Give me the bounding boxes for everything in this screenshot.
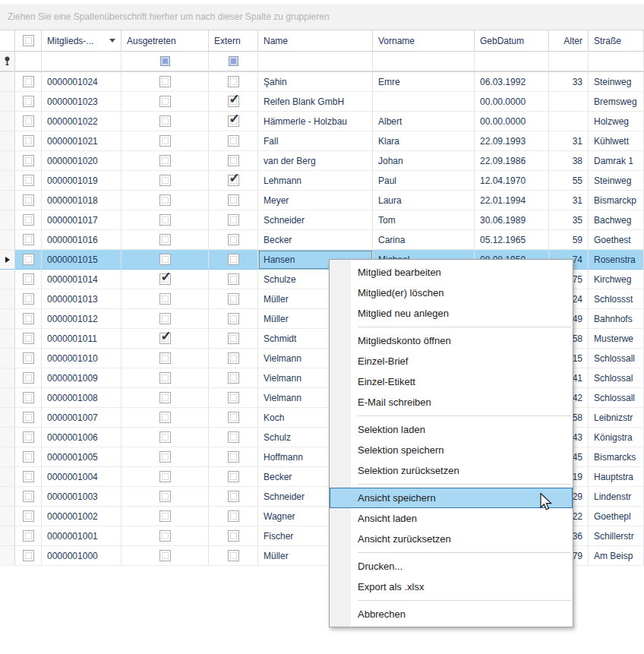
cell-ausgetreten[interactable] [122,230,209,250]
cell-geb[interactable]: 22.09.1993 [475,131,549,151]
cell-alter[interactable]: 31 [549,131,589,151]
cell-extern[interactable] [209,289,258,309]
extern-checkbox[interactable] [228,194,239,206]
menu-item-ansicht-zurücksetzen[interactable]: Ansicht zurücksetzen [330,529,573,549]
extern-checkbox[interactable] [228,412,239,423]
cell-strasse[interactable]: Steinweg [589,72,644,92]
cell-name[interactable]: Meyer [258,191,373,210]
cell-extern[interactable] [209,309,258,329]
cell-geb[interactable]: 06.03.1992 [475,72,549,92]
cell-alter[interactable]: 55 [549,171,589,191]
menu-item-selektion-laden[interactable]: Selektion laden [330,419,573,440]
column-header-vorname[interactable]: Vorname [373,30,475,52]
extern-checkbox[interactable] [228,254,239,265]
row-select-cell[interactable] [15,408,42,428]
cell-vorname[interactable]: Klara [373,131,475,151]
cell-vorname[interactable]: Carina [373,230,475,250]
cell-id[interactable]: 0000001011 [42,329,122,349]
row-select-checkbox[interactable] [23,431,34,443]
menu-item-ansicht-speichern[interactable]: Ansicht speichern [330,488,573,508]
extern-checkbox[interactable] [228,214,239,226]
ausgetreten-checkbox[interactable] [159,254,171,265]
filter-checkbox-extern[interactable] [229,56,238,66]
cell-ausgetreten[interactable] [122,151,209,171]
row-select-checkbox[interactable] [23,530,34,542]
row-select-cell[interactable] [15,230,42,250]
extern-checkbox[interactable] [228,471,239,482]
menu-item-selektion-zurücksetzen[interactable]: Selektion zurücksetzen [330,460,573,481]
cell-vorname[interactable]: Johan [373,151,475,171]
row-select-checkbox[interactable] [23,96,34,107]
cell-alter[interactable]: 35 [549,210,589,230]
extern-checkbox[interactable] [228,76,239,87]
row-select-checkbox[interactable] [23,451,34,463]
cell-extern[interactable] [209,467,258,487]
cell-geb[interactable]: 05.12.1965 [475,230,549,250]
cell-alter[interactable]: 38 [549,151,589,171]
extern-checkbox[interactable] [228,392,239,403]
row-select-cell[interactable] [15,210,42,230]
row-select-cell[interactable] [15,270,42,289]
cell-strasse[interactable]: Bahnhofs [589,309,644,329]
row-select-cell[interactable] [15,309,42,329]
cell-strasse[interactable]: Lindenstr [589,487,644,507]
cell-id[interactable]: 0000001013 [42,289,122,309]
column-header-extern[interactable]: Extern [209,30,258,52]
ausgetreten-checkbox[interactable] [159,530,171,542]
cell-extern[interactable] [209,428,258,447]
extern-checkbox[interactable] [228,491,239,502]
ausgetreten-checkbox[interactable] [159,155,171,166]
menu-item-einzel-etikett[interactable]: Einzel-Etikett [330,371,573,392]
cell-name[interactable]: van der Berg [258,151,373,171]
ausgetreten-checkbox[interactable] [159,214,171,226]
cell-id[interactable]: 0000001006 [42,428,122,447]
cell-id[interactable]: 0000001018 [42,191,122,210]
cell-alter[interactable]: 33 [549,72,589,92]
cell-vorname[interactable]: Tom [373,210,475,230]
extern-checkbox[interactable] [228,313,239,324]
menu-item-mitglied-neu-anlegen[interactable]: Mitglied neu anlegen [330,303,573,324]
ausgetreten-checkbox[interactable] [159,115,171,127]
cell-id[interactable]: 0000001020 [42,151,122,171]
cell-name[interactable]: Lehmann [258,171,373,191]
cell-ausgetreten[interactable] [122,447,209,467]
ausgetreten-checkbox[interactable] [159,175,171,186]
cell-extern[interactable] [209,368,258,388]
cell-id[interactable]: 0000001009 [42,368,122,388]
ausgetreten-checkbox[interactable] [159,550,171,561]
cell-id[interactable]: 0000001002 [42,507,122,526]
cell-alter[interactable] [549,112,589,131]
cell-alter[interactable]: 59 [549,230,589,250]
cell-extern[interactable] [209,250,258,270]
extern-checkbox[interactable] [228,510,239,522]
cell-ausgetreten[interactable] [122,526,209,546]
row-select-cell[interactable] [15,388,42,408]
extern-checkbox[interactable] [228,115,239,127]
cell-name[interactable]: Reifen Blank GmbH [258,92,373,112]
row-select-checkbox[interactable] [23,550,34,561]
extern-checkbox[interactable] [228,550,239,561]
row-select-cell[interactable] [15,289,42,309]
row-select-checkbox[interactable] [23,115,34,127]
cell-ausgetreten[interactable] [122,408,209,428]
ausgetreten-checkbox[interactable] [159,273,171,285]
cell-vorname[interactable]: Laura [373,191,475,210]
cell-ausgetreten[interactable] [122,487,209,507]
cell-extern[interactable] [209,72,258,92]
cell-strasse[interactable]: Bismarckp [589,191,644,210]
cell-id[interactable]: 0000001000 [42,546,122,566]
cell-geb[interactable]: 12.04.1970 [475,171,549,191]
ausgetreten-checkbox[interactable] [159,352,171,364]
cell-strasse[interactable]: Schlossal [589,368,644,388]
ausgetreten-checkbox[interactable] [159,392,171,403]
cell-strasse[interactable]: Bachweg [589,210,644,230]
extern-checkbox[interactable] [228,293,239,305]
row-select-cell[interactable] [15,467,42,487]
cell-id[interactable]: 0000001023 [42,92,122,112]
cell-extern[interactable] [209,388,258,408]
extern-checkbox[interactable] [228,96,239,107]
cell-strasse[interactable]: Schillerstr [589,526,644,546]
cell-id[interactable]: 0000001005 [42,447,122,467]
row-select-checkbox[interactable] [23,175,34,186]
row-select-cell[interactable] [15,546,42,566]
